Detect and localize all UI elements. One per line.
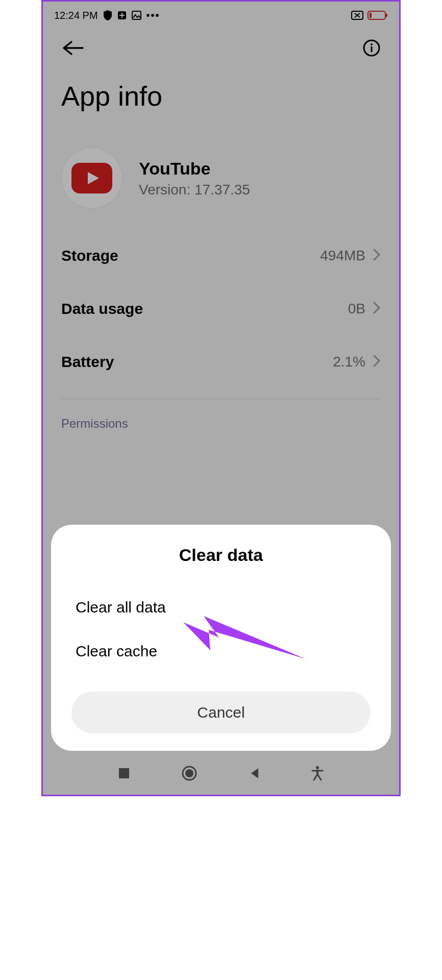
svg-rect-10 [371,46,373,52]
svg-rect-3 [132,11,141,19]
nav-recent-button[interactable] [117,767,131,782]
no-sim-icon [351,10,364,20]
status-time: 12:24 PM [54,10,98,21]
svg-rect-2 [119,15,125,16]
section-permissions: Permissions [43,399,399,431]
app-version: Version: 17.37.35 [139,182,250,198]
app-name: YouTube [139,159,250,179]
chevron-right-icon [373,248,381,263]
svg-rect-7 [370,13,372,18]
row-storage-label: Storage [61,247,118,264]
status-left: 12:24 PM ••• [54,10,160,21]
row-data-usage-value: 0B [348,301,365,317]
back-button[interactable] [61,40,84,58]
row-storage-value: 494MB [320,248,365,264]
row-battery-label: Battery [61,353,114,371]
image-icon [132,11,141,20]
sheet-clear-all[interactable]: Clear all data [51,585,391,629]
device-frame: 12:24 PM ••• [41,0,401,796]
row-data-usage-label: Data usage [61,300,143,317]
chevron-right-icon [373,301,381,316]
clear-data-sheet: Clear data Clear all data Clear cache Ca… [51,525,391,751]
svg-point-14 [185,769,193,777]
row-data-usage[interactable]: Data usage 0B [61,282,381,335]
header [43,29,399,69]
row-storage[interactable]: Storage 494MB [61,229,381,282]
sheet-title: Clear data [51,545,391,565]
nav-accessibility-button[interactable] [311,766,324,783]
info-button[interactable] [362,39,381,59]
more-dots-icon: ••• [146,10,160,21]
svg-point-9 [371,43,373,45]
row-battery-value: 2.1% [333,354,365,370]
app-summary: YouTube Version: 17.37.35 [43,112,399,219]
system-nav-bar [43,754,399,795]
nav-back-button[interactable] [248,767,261,782]
svg-rect-12 [119,768,129,778]
sheet-cancel-button[interactable]: Cancel [71,692,371,733]
nav-home-button[interactable] [181,765,198,784]
svg-rect-6 [386,14,387,17]
svg-point-15 [316,766,319,769]
sheet-clear-cache[interactable]: Clear cache [51,629,391,673]
shield-icon [103,10,112,20]
battery-icon [367,10,388,20]
app-icon [61,148,122,209]
status-right: 7 [351,10,388,20]
plus-box-icon [117,11,127,20]
page-title: App info [43,69,399,112]
row-battery[interactable]: Battery 2.1% [61,335,381,388]
status-bar: 12:24 PM ••• [43,2,399,29]
settings-list: Storage 494MB Data usage 0B Ba [43,219,399,388]
app-text: YouTube Version: 17.37.35 [139,159,250,198]
youtube-icon [71,163,112,193]
chevron-right-icon [373,354,381,370]
